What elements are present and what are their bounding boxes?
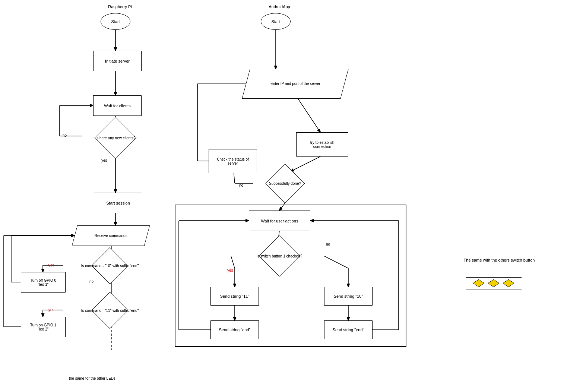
rpi-diamond-clients-wrap: Is here any new clients?: [78, 123, 153, 153]
legend-title: The same with the others switch button: [462, 257, 536, 263]
app-diamond-switch-wrap: Is switch button 1 checked?: [222, 241, 337, 271]
app-no-success: no: [239, 183, 243, 187]
android-app-title: AndroidApp: [261, 4, 298, 9]
rpi-start-session-rect: Start session: [94, 193, 142, 213]
app-send-end1-label: Send string "end": [219, 328, 251, 332]
rpi-receive-label: Receive commands: [95, 233, 127, 238]
app-yes-switch: yes: [227, 268, 233, 272]
rpi-yes-cmd11: yes: [48, 308, 54, 312]
app-diamond-success-wrap: Successfully done?: [244, 170, 326, 197]
rpi-initiate-server-rect: Initiate server: [93, 51, 142, 71]
app-enter-ip-label: Enter IP and port of the server: [270, 81, 320, 86]
app-check-status-label: Check the status of server: [217, 157, 249, 165]
app-establish-label: try to establish connection: [310, 140, 334, 149]
rpi-diamond-cmd10-wrap: Is command ="10" with suffix "end": [56, 253, 164, 279]
app-send-end1-rect: Send string "end": [210, 320, 259, 339]
app-enter-ip-shape: Enter IP and port of the server: [246, 69, 345, 99]
rpi-wait-clients-label: Wait for clients: [104, 104, 131, 108]
app-start-oval: Start: [261, 13, 291, 30]
svg-marker-45: [488, 279, 499, 287]
svg-line-23: [291, 157, 320, 171]
app-start-label: Start: [271, 19, 280, 24]
app-wait-actions-label: Wait for user actions: [261, 219, 298, 223]
rpi-diamond-cmd11-wrap: Is command ="11" with suffix "end": [56, 297, 164, 323]
app-send-11-rect: Send string "11": [210, 287, 259, 306]
app-establish-rect: try to establish connection: [296, 132, 348, 157]
rpi-initiate-label: Initiate server: [105, 59, 130, 63]
app-no-switch: no: [326, 242, 330, 246]
app-send-10-label: Send string "10": [334, 294, 363, 298]
rpi-yes-label: yes: [101, 158, 107, 162]
rpi-same-leds-label: the same for the other LEDs: [69, 376, 115, 380]
rpi-receive-commands-shape: Receive commands: [75, 225, 147, 246]
raspberry-pi-title: Raspberry Pi: [92, 4, 148, 9]
diagram-container: Raspberry Pi AndroidApp Start Initiate s…: [0, 0, 583, 392]
rpi-yes-cmd10: yes: [48, 263, 54, 267]
svg-marker-46: [503, 279, 514, 287]
rpi-no-cmd10: no: [89, 279, 94, 284]
rpi-turn-on-rect: Turn on GPIO 1 "led 2": [21, 317, 66, 337]
rpi-start-label: Start: [111, 19, 120, 24]
svg-line-22: [298, 99, 320, 132]
app-send-end2-rect: Send string "end": [324, 320, 373, 339]
rpi-start-session-label: Start session: [106, 201, 130, 205]
rpi-start-oval: Start: [101, 13, 130, 30]
app-send-11-label: Send string "11": [220, 294, 250, 298]
svg-marker-44: [473, 279, 484, 287]
app-send-end2-label: Send string "end": [333, 328, 364, 332]
rpi-wait-clients-rect: Wait for clients: [93, 95, 142, 116]
rpi-turn-on-label: Turn on GPIO 1 "led 2": [30, 323, 56, 331]
app-send-10-rect: Send string "10": [324, 287, 373, 306]
rpi-turn-off-label: Turn off GPIO 0 "led 1": [30, 278, 56, 287]
rpi-no-label: no: [63, 133, 67, 137]
rpi-turn-off-rect: Turn off GPIO 0 "led 1": [21, 272, 66, 293]
app-wait-actions-rect: Wait for user actions: [249, 211, 310, 231]
